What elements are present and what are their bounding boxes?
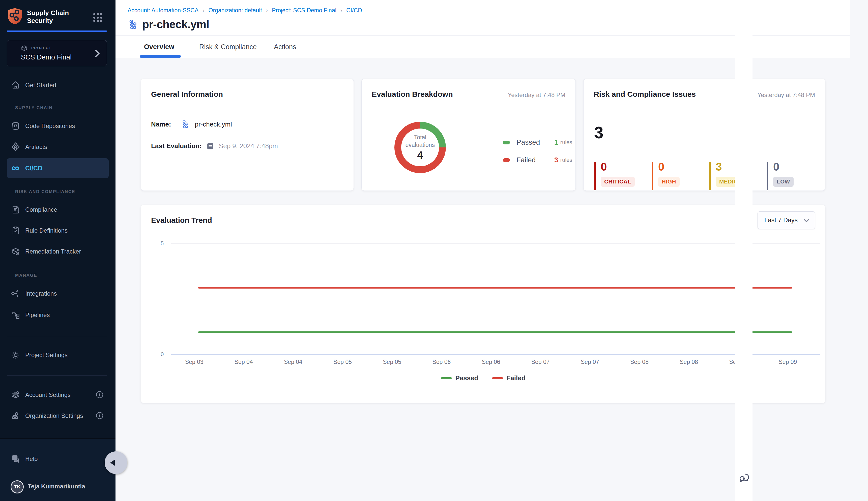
- general-information-card: General Information Name: pr-check.yml L…: [141, 79, 354, 191]
- artifacts-icon: [11, 142, 21, 152]
- tab-actions[interactable]: Actions: [274, 36, 296, 58]
- breadcrumb-account-link[interactable]: Account: Automation-SSCA: [128, 7, 198, 14]
- card-timestamp: Yesterday at 7:48 PM: [757, 92, 815, 98]
- gear-icon: [11, 350, 21, 360]
- legend-item-failed[interactable]: Failed: [492, 374, 525, 382]
- sidebar-item-remediation-tracker[interactable]: Remediation Tracker: [0, 242, 115, 262]
- sidebar-section-manage: MANAGE: [15, 273, 37, 278]
- breadcrumb-organization-link[interactable]: Organization: default: [209, 7, 262, 14]
- compliance-document-icon: [11, 205, 21, 215]
- sidebar-item-code-repositories[interactable]: Code Repositories: [0, 116, 115, 136]
- tab-overview[interactable]: Overview: [144, 36, 174, 58]
- sidebar-item-cicd-active[interactable]: ∞ CI/CD: [7, 158, 109, 178]
- failed-legend-label: Failed: [516, 156, 554, 164]
- sidebar-item-label: Compliance: [25, 206, 57, 213]
- user-name[interactable]: Teja Kummarikuntla: [28, 483, 85, 490]
- legend-item-passed[interactable]: Passed: [441, 374, 478, 382]
- y-axis-tick-5: 5: [161, 240, 164, 247]
- sidebar-item-label: Pipelines: [25, 311, 50, 319]
- code-repository-icon: [11, 121, 21, 131]
- project-selector[interactable]: PROJECT SCS Demo Final: [7, 40, 107, 66]
- severity-badge: HIGH: [658, 177, 680, 187]
- donut-center-value: 4: [417, 149, 423, 161]
- sidebar-item-help[interactable]: ? Help: [0, 449, 115, 469]
- name-label: Name:: [151, 120, 171, 128]
- gridline-y5: [171, 243, 820, 244]
- sidebar-item-integrations[interactable]: Integrations: [0, 284, 115, 304]
- sidebar-item-rule-definitions[interactable]: Rule Definitions: [0, 221, 115, 241]
- organization-hierarchy-icon: [11, 411, 21, 421]
- passed-legend-dot-icon: [503, 141, 510, 145]
- active-tab-underline: [140, 55, 181, 58]
- passed-series-line: [198, 331, 792, 333]
- chevron-right-icon: [94, 50, 100, 57]
- severity-bar: [652, 162, 653, 190]
- x-tick-label: Sep 03: [169, 359, 219, 365]
- failed-legend-dot-icon: [503, 158, 510, 162]
- passed-rules-count: 1: [554, 138, 558, 147]
- severity-count: 0: [601, 161, 607, 173]
- info-icon[interactable]: [95, 390, 104, 399]
- breadcrumb-separator: ›: [341, 7, 342, 14]
- integrations-icon: [11, 289, 21, 299]
- trend-legend: Passed Failed: [141, 374, 826, 382]
- breadcrumb-current-link[interactable]: CI/CD: [346, 7, 362, 14]
- remediation-box-icon: [11, 246, 21, 257]
- tab-risk-and-compliance[interactable]: Risk & Compliance: [199, 36, 257, 58]
- severity-count: 3: [716, 161, 722, 173]
- x-axis-line: [171, 354, 820, 355]
- app-switcher-grid-icon[interactable]: [93, 13, 102, 22]
- clipboard-check-icon: [11, 225, 21, 236]
- page-title: pr-check.yml: [142, 18, 209, 31]
- sidebar-item-compliance[interactable]: Compliance: [0, 200, 115, 220]
- x-tick-label: Sep 07: [565, 359, 615, 365]
- last-evaluation-row: Last Evaluation: Sep 9, 2024 7:48pm: [151, 142, 278, 150]
- risk-compliance-issues-card: Risk and Compliance Issues Yesterday at …: [583, 79, 825, 191]
- sidebar-collapse-button[interactable]: [105, 451, 127, 474]
- severity-high: 0 HIGH: [652, 162, 704, 190]
- card-title: Evaluation Trend: [151, 216, 212, 225]
- name-value: pr-check.yml: [195, 120, 232, 128]
- name-row: Name: pr-check.yml: [151, 120, 232, 129]
- user-avatar[interactable]: TK: [11, 480, 24, 493]
- rules-suffix: rules: [560, 139, 573, 146]
- x-tick-label: Sep 09: [763, 359, 813, 365]
- info-icon[interactable]: [95, 411, 104, 420]
- severity-bar: [594, 162, 596, 190]
- time-range-select[interactable]: Last 7 Days: [757, 211, 815, 229]
- x-tick-label: Sep 05: [367, 359, 417, 365]
- pipelines-icon: [11, 310, 21, 320]
- failed-rules-count: 3: [554, 156, 558, 164]
- severity-bar: [709, 162, 711, 190]
- legend-label: Failed: [506, 374, 525, 382]
- chat-support-icon[interactable]: [738, 472, 750, 484]
- card-title: Risk and Compliance Issues: [594, 90, 696, 98]
- sidebar-item-label: Integrations: [25, 290, 57, 297]
- sidebar-item-account-settings[interactable]: Account Settings: [0, 385, 115, 405]
- sidebar-item-project-settings[interactable]: Project Settings: [0, 345, 115, 365]
- sidebar-item-label: CI/CD: [25, 164, 42, 172]
- x-tick-label: Sep 04: [219, 359, 268, 365]
- donut-center-label: Total evaluations: [404, 134, 437, 149]
- right-rail: [735, 0, 753, 501]
- sidebar-item-label: Rule Definitions: [25, 227, 67, 234]
- sidebar-item-get-started[interactable]: Get Started: [0, 75, 115, 95]
- sidebar-item-artifacts[interactable]: Artifacts: [0, 137, 115, 157]
- sidebar-section-risk-and-compliance: RISK AND COMPLIANCE: [15, 189, 75, 194]
- project-label: PROJECT: [31, 46, 51, 50]
- sidebar-item-label: Help: [25, 455, 38, 462]
- last-evaluation-label: Last Evaluation:: [151, 142, 202, 150]
- x-tick-label: Sep 06: [466, 359, 516, 365]
- sidebar-divider: [7, 375, 107, 376]
- sidebar-item-pipelines[interactable]: Pipelines: [0, 305, 115, 325]
- evaluation-trend-card: Evaluation Trend Last 7 Days 5 0 Sep 03S…: [141, 205, 825, 403]
- cicd-infinity-icon: ∞: [11, 162, 19, 174]
- evaluation-donut-chart: Total evaluations 4: [395, 122, 446, 173]
- severity-count: 0: [773, 161, 779, 173]
- sidebar-header: Supply Chain Security: [0, 0, 115, 32]
- home-icon: [11, 80, 21, 90]
- chevron-down-icon: [803, 218, 810, 223]
- passed-legend-label: Passed: [516, 138, 554, 147]
- breadcrumb-project-link[interactable]: Project: SCS Demo Final: [272, 7, 336, 14]
- sidebar-item-organization-settings[interactable]: Organization Settings: [0, 406, 115, 426]
